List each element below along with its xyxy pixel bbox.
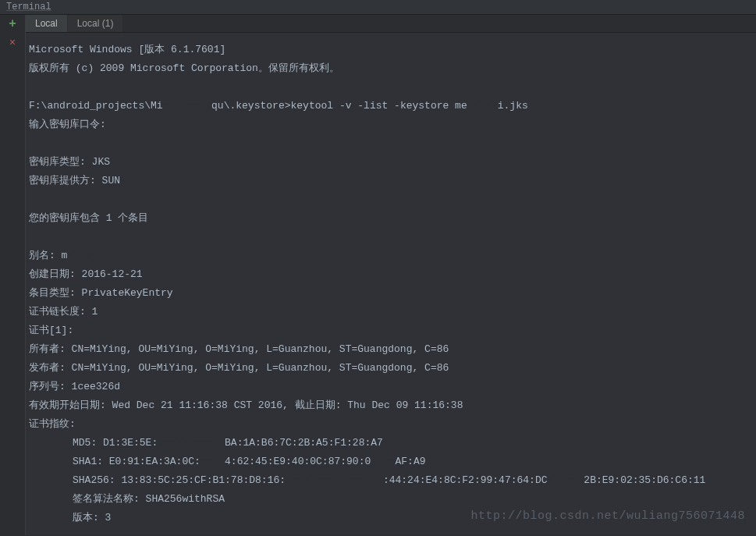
tab-local[interactable]: Local xyxy=(26,15,68,32)
tab-bar: Local Local (1) xyxy=(26,15,756,33)
output-line: 证书[1]: xyxy=(29,321,753,340)
output-line: 别名: mxxxx xyxy=(29,247,753,265)
output-line: F:\android_projects\Mixxxxxxxxqu\.keysto… xyxy=(29,97,753,115)
output-line: 密钥库类型: JKS xyxy=(29,153,753,172)
close-session-button[interactable]: × xyxy=(0,34,26,52)
output-line: SHA1: E0:91:EA:3A:0C:xxxx4:62:45:E9:40:0… xyxy=(29,453,753,471)
output-line: 发布者: CN=MiYing, OU=MiYing, O=MiYing, L=G… xyxy=(29,359,753,378)
window-title: Terminal xyxy=(0,0,756,15)
output-line xyxy=(29,78,753,97)
output-line: 证书链长度: 1 xyxy=(29,303,753,321)
output-line: 签名算法名称: SHA256withRSA xyxy=(29,490,753,509)
output-line xyxy=(29,134,753,153)
watermark-text: http://blog.csdn.net/wuliang756071448 xyxy=(470,507,745,526)
output-line: 创建日期: 2016-12-21 xyxy=(29,265,753,284)
output-line: 输入密钥库口令: xyxy=(29,115,753,134)
output-line: 条目类型: PrivateKeyEntry xyxy=(29,284,753,303)
output-line: SHA256: 13:83:5C:25:CF:B1:78:D8:16:xxxxx… xyxy=(29,471,753,490)
output-line: MD5: D1:3E:5E:xxxxxxxxxxxBA:1A:B6:7C:2B:… xyxy=(29,434,753,453)
output-line: 证书指纹: xyxy=(29,415,753,434)
add-session-button[interactable]: + xyxy=(0,15,26,34)
output-line: 密钥库提供方: SUN xyxy=(29,172,753,190)
output-line xyxy=(29,190,753,209)
gutter: + × xyxy=(0,15,26,535)
main-area: + × Local Local (1) Microsoft Windows [版… xyxy=(0,15,756,535)
tab-local-1[interactable]: Local (1) xyxy=(68,15,124,32)
output-line: 有效期开始日期: Wed Dec 21 11:16:38 CST 2016, 截… xyxy=(29,396,753,415)
terminal-output[interactable]: Microsoft Windows [版本 6.1.7601] 版权所有 (c)… xyxy=(26,33,756,535)
output-line: 您的密钥库包含 1 个条目 xyxy=(29,209,753,228)
output-line: 版权所有 (c) 2009 Microsoft Corporation。保留所有… xyxy=(29,59,753,78)
output-line: 序列号: 1cee326d xyxy=(29,378,753,396)
content-area: Local Local (1) Microsoft Windows [版本 6.… xyxy=(26,15,756,535)
output-line: Microsoft Windows [版本 6.1.7601] xyxy=(29,41,753,59)
output-line xyxy=(29,228,753,247)
output-line: 所有者: CN=MiYing, OU=MiYing, O=MiYing, L=G… xyxy=(29,340,753,359)
